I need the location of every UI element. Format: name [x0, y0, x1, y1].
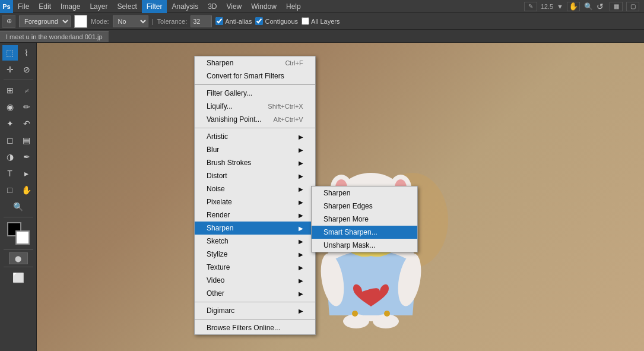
hand-tool-icon[interactable]: ✋ — [567, 2, 580, 11]
all-layers-label[interactable]: All Layers — [302, 17, 340, 25]
sep4 — [195, 319, 315, 320]
zoom-unit: ▼ — [557, 3, 563, 10]
sharpen-sharpen[interactable]: Sharpen — [312, 186, 417, 200]
filter-sketch[interactable]: Sketch ▶ — [195, 235, 315, 248]
menu-analysis[interactable]: Analysis — [167, 0, 203, 13]
color-swatch[interactable] — [74, 15, 87, 28]
toolbar: ⬚ ⌇ ✛ ⊘ ⊞ ⌿ ◉ ✏ ✦ ↶ ◻ ▤ ◑ ✒ T ▸ — [0, 43, 37, 351]
filter-convert-smart[interactable]: Convert for Smart Filters — [195, 69, 315, 83]
crop-tool[interactable]: ⊞ — [2, 83, 18, 98]
unsharp-mask[interactable]: Unsharp Mask... — [312, 239, 417, 252]
menu-window[interactable]: Window — [246, 0, 281, 13]
sep3 — [195, 302, 315, 302]
all-layers-checkbox[interactable] — [302, 17, 309, 25]
clone-stamp-tool[interactable]: ✦ — [2, 116, 18, 131]
menu-select[interactable]: Select — [112, 0, 141, 13]
sharpen-more[interactable]: Sharpen More — [312, 213, 417, 226]
contiguous-label[interactable]: Contiguous — [255, 17, 298, 25]
mode-label: Mode: — [91, 18, 109, 25]
grid-icon[interactable]: ▦ — [610, 2, 623, 11]
sharpen-submenu: Sharpen Sharpen Edges Sharpen More Smart… — [311, 186, 418, 252]
path-select-tool[interactable]: ▸ — [19, 166, 34, 181]
menu-view[interactable]: View — [221, 0, 246, 13]
foreground-select[interactable]: Foreground — [19, 15, 71, 27]
tool-select-icon[interactable]: ⊕ — [2, 15, 15, 28]
menu-help[interactable]: Help — [281, 0, 306, 13]
filter-video[interactable]: Video ▶ — [195, 274, 315, 287]
quick-mask-tool[interactable]: ⬤ — [9, 252, 28, 264]
type-tool[interactable]: T — [2, 166, 18, 181]
rotate-icon[interactable]: ↺ — [597, 2, 606, 11]
filter-artistic[interactable]: Artistic ▶ — [195, 130, 315, 143]
sharpen-edges[interactable]: Sharpen Edges — [312, 200, 417, 213]
menu-image[interactable]: Image — [56, 0, 85, 13]
dodge-tool[interactable]: ◑ — [2, 149, 18, 165]
spot-heal-tool[interactable]: ◉ — [2, 99, 18, 115]
canvas-area: Sharpen Ctrl+F Convert for Smart Filters… — [37, 43, 644, 351]
app-logo: Ps — [0, 0, 13, 13]
svg-point-21 — [373, 314, 399, 328]
filter-browse-online[interactable]: Browse Filters Online... — [195, 321, 315, 334]
filter-brush-strokes[interactable]: Brush Strokes ▶ — [195, 156, 315, 169]
menu-edit[interactable]: Edit — [34, 0, 56, 13]
filter-noise[interactable]: Noise ▶ — [195, 182, 315, 195]
filter-menu: Sharpen Ctrl+F Convert for Smart Filters… — [194, 56, 316, 335]
sep2 — [195, 128, 315, 128]
menu-layer[interactable]: Layer — [85, 0, 112, 13]
contiguous-checkbox[interactable] — [255, 17, 263, 25]
tabbar: I meet u in the wonderland 001.jp — [0, 30, 644, 43]
history-brush-tool[interactable]: ↶ — [19, 116, 34, 131]
main-layout: ⬚ ⌇ ✛ ⊘ ⊞ ⌿ ◉ ✏ ✦ ↶ ◻ ▤ ◑ ✒ T ▸ — [0, 43, 644, 351]
filter-blur[interactable]: Blur ▶ — [195, 143, 315, 156]
brush-tool[interactable]: ✏ — [19, 99, 34, 115]
filter-digimarc[interactable]: Digimarc ▶ — [195, 304, 315, 317]
shape-tool[interactable]: □ — [2, 182, 18, 198]
marquee-tool[interactable]: ⬚ — [2, 45, 18, 61]
mode-select[interactable]: No — [113, 15, 148, 27]
filter-liquify[interactable]: Liquify... Shift+Ctrl+X — [195, 100, 315, 113]
filter-vanishing-point[interactable]: Vanishing Point... Alt+Ctrl+V — [195, 113, 315, 126]
zoom-icon[interactable]: 🔍 — [583, 2, 593, 11]
filter-texture[interactable]: Texture ▶ — [195, 261, 315, 274]
menu-file[interactable]: File — [13, 0, 34, 13]
filter-distort[interactable]: Distort ▶ — [195, 169, 315, 182]
document-tab[interactable]: I meet u in the wonderland 001.jp — [0, 31, 109, 42]
zoom-value: 12.5 — [541, 3, 553, 10]
quick-select-tool[interactable]: ⊘ — [19, 62, 34, 77]
anti-alias-label[interactable]: Anti-alias — [215, 17, 252, 25]
eraser-tool[interactable]: ◻ — [2, 132, 18, 148]
filter-sharpen[interactable]: Sharpen ▶ — [195, 222, 315, 235]
tolerance-label: Tolerance: — [157, 18, 187, 25]
filter-stylize[interactable]: Stylize ▶ — [195, 248, 315, 261]
brush-icon[interactable]: ✎ — [524, 2, 537, 11]
filter-sharpen-top[interactable]: Sharpen Ctrl+F — [195, 56, 315, 69]
filter-gallery[interactable]: Filter Gallery... — [195, 87, 315, 100]
smart-sharpen[interactable]: Smart Sharpen... — [312, 226, 417, 239]
optionsbar: ⊕ Foreground Mode: No | Tolerance: Anti-… — [0, 13, 644, 30]
screen-mode-tool[interactable]: ⬜ — [11, 270, 26, 285]
menubar: Ps File Edit Image Layer Select Filter A… — [0, 0, 644, 13]
svg-point-22 — [352, 311, 358, 317]
gradient-tool[interactable]: ▤ — [19, 132, 34, 148]
menu-3d[interactable]: 3D — [203, 0, 221, 13]
pen-tool[interactable]: ✒ — [19, 149, 34, 165]
filter-other[interactable]: Other ▶ — [195, 287, 315, 300]
lasso-tool[interactable]: ⌇ — [19, 45, 34, 61]
hand-tool[interactable]: ✋ — [19, 182, 34, 198]
zoom-tool[interactable]: 🔍 — [11, 199, 26, 214]
eyedropper-tool[interactable]: ⌿ — [19, 83, 34, 98]
svg-point-23 — [384, 311, 390, 317]
frame-icon[interactable]: ▢ — [626, 2, 639, 11]
svg-point-20 — [343, 314, 369, 328]
filter-render[interactable]: Render ▶ — [195, 208, 315, 222]
sep1 — [195, 84, 315, 85]
color-swatches — [7, 222, 30, 245]
filter-pixelate[interactable]: Pixelate ▶ — [195, 195, 315, 208]
menu-filter[interactable]: Filter — [142, 0, 167, 13]
tolerance-input[interactable] — [191, 15, 212, 27]
anti-alias-checkbox[interactable] — [215, 17, 223, 25]
move-tool[interactable]: ✛ — [2, 62, 18, 77]
background-color[interactable] — [15, 230, 30, 245]
